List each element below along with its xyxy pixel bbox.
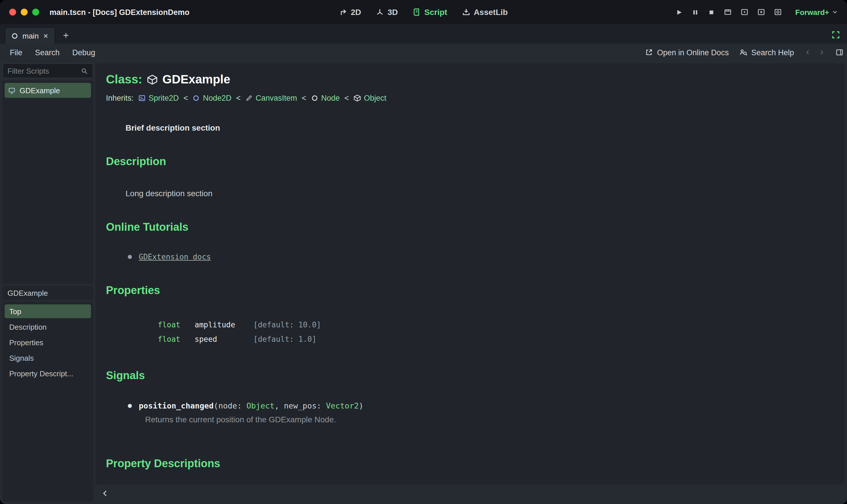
members-panel-header: GDExample [2,286,93,300]
gdexample-class-icon [8,87,16,94]
close-tab-icon[interactable] [42,33,49,39]
class-doc-viewer: Class: GDExample Inherits: Sprite2D < No… [96,63,845,484]
long-description: Long description section [125,189,834,198]
mode-3d-button[interactable]: 3D [376,7,398,17]
link-canvasitem[interactable]: CanvasItem [245,94,297,103]
property-descriptions-heading: Property Descriptions [106,457,834,470]
node-icon [311,94,318,102]
scripts-list: GDExample [2,80,93,284]
property-name[interactable]: speed [195,335,253,343]
link-node2d[interactable]: Node2D [193,94,231,103]
play-button[interactable] [675,8,683,16]
inherits-row: Inherits: Sprite2D < Node2D < CanvasItem [106,94,834,103]
inherits-separator: < [236,94,241,103]
property-row-amplitude: float amplitude [default: 10.0] [158,318,834,332]
script-icon [413,8,421,16]
bullet-icon [128,403,132,408]
member-item-property-descriptions[interactable]: Property Descript... [5,366,91,380]
mode-assetlib-button[interactable]: AssetLib [462,7,507,17]
minimize-window-button[interactable] [21,8,28,16]
link-object-type[interactable]: Object [246,401,275,410]
property-default: [default: 1.0] [253,335,316,343]
doc-footer-bar [96,484,845,502]
script-menu-bar: File Search Debug Open in Online Docs Se… [0,44,847,61]
doc-column: Class: GDExample Inherits: Sprite2D < No… [96,63,845,502]
property-type[interactable]: float [158,321,195,329]
expand-icon [831,31,840,39]
pause-button[interactable] [692,8,699,16]
renderer-selector[interactable]: Forward+ [795,8,838,16]
sync-scene-button[interactable] [774,8,782,16]
properties-table: float amplitude [default: 10.0] float sp… [158,318,834,346]
link-node[interactable]: Node [311,94,340,103]
movie-maker-button[interactable] [724,8,732,16]
object-cube-icon [147,74,158,85]
property-name[interactable]: amplitude [195,321,253,329]
main-content: GDExample GDExample Top Description Prop… [0,61,847,504]
plus-icon [62,32,69,39]
script-item-gdexample[interactable]: GDExample [5,83,91,98]
property-type[interactable]: float [158,335,195,343]
distraction-free-button[interactable] [831,29,840,40]
member-item-description[interactable]: Description [5,320,91,334]
close-window-button[interactable] [9,8,16,16]
filter-scripts-input[interactable] [7,67,77,75]
link-vector2-type[interactable]: Vector2 [326,401,359,410]
new-tab-button[interactable] [57,27,74,44]
object-icon [353,94,361,102]
class-name: GDExample [162,72,230,86]
class-label: Class: [106,72,142,86]
menu-file[interactable]: File [3,48,29,57]
gdextension-docs-link[interactable]: GDExtension docs [139,253,211,261]
member-item-top[interactable]: Top [5,304,91,318]
panel-layout-icon [835,48,844,56]
scripts-sidebar: GDExample GDExample Top Description Prop… [2,63,93,502]
tab-main-scene[interactable]: main [5,27,55,44]
member-item-signals[interactable]: Signals [5,351,91,365]
assetlib-icon [462,8,470,16]
mode-script-button[interactable]: Script [413,7,447,17]
link-sprite2d[interactable]: Sprite2D [138,94,179,103]
property-default: [default: 10.0] [253,321,321,329]
toggle-panel-button[interactable] [835,48,844,56]
sprite2d-icon [138,94,146,102]
history-nav [805,49,825,56]
window-title: main.tscn - [Docs] GDExtensionDemo [50,8,189,16]
external-link-icon [645,48,653,56]
menu-search[interactable]: Search [29,48,66,57]
node2d-icon [193,94,200,102]
editor-mode-switcher: 2D 3D Script AssetLib [339,7,507,17]
search-help-button[interactable]: Search Help [739,48,794,57]
member-item-properties[interactable]: Properties [5,336,91,349]
inherits-separator: < [184,94,188,103]
2d-icon [339,8,347,16]
history-forward-icon[interactable] [818,49,825,56]
inherits-separator: < [302,94,306,103]
open-online-docs-button[interactable]: Open in Online Docs [645,48,729,57]
chevron-down-icon [832,9,838,15]
canvasitem-icon [245,94,253,102]
play-custom-scene-button[interactable] [757,8,765,16]
search-help-icon [739,48,747,56]
window-controls [9,8,39,16]
history-back-icon[interactable] [805,49,811,56]
title-bar: main.tscn - [Docs] GDExtensionDemo 2D 3D… [0,0,847,24]
properties-heading: Properties [106,284,834,297]
menu-debug[interactable]: Debug [66,48,102,57]
maximize-window-button[interactable] [32,8,39,16]
stop-button[interactable] [708,8,715,16]
bullet-icon [128,255,132,259]
tutorial-item: GDExtension docs [128,253,834,261]
brief-description: Brief description section [125,123,834,132]
signal-item: position_changed(node: Object, new_pos: … [128,401,834,410]
menu-bar-right: Open in Online Docs Search Help [645,48,844,57]
link-object[interactable]: Object [353,94,386,103]
godot-editor-window: main.tscn - [Docs] GDExtensionDemo 2D 3D… [0,0,847,504]
tutorials-heading: Online Tutorials [106,221,834,234]
signals-heading: Signals [106,370,834,382]
mode-2d-button[interactable]: 2D [339,7,361,17]
signal-name: position_changed [139,401,214,410]
collapse-panel-chevron-icon[interactable] [101,489,109,497]
inherits-separator: < [344,94,349,103]
play-scene-button[interactable] [741,8,748,16]
